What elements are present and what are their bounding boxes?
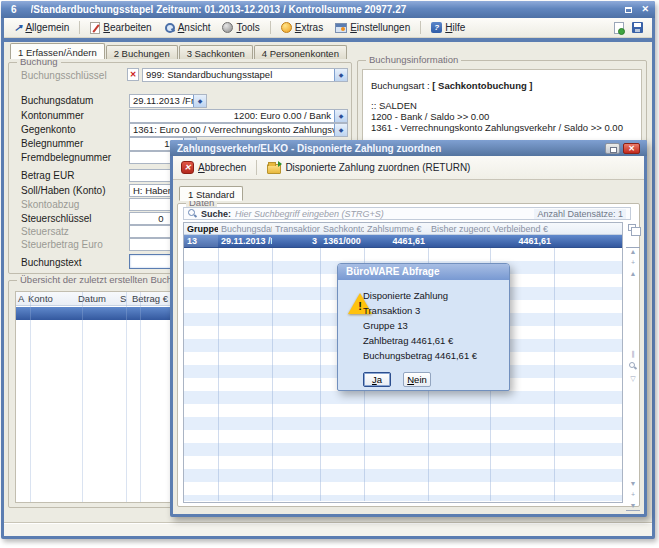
search-bar[interactable]: Suche: Hier Suchbegriff eingeben (STRG+S…	[183, 207, 631, 220]
popup-title: BüroWARE Abfrage	[338, 264, 509, 280]
restore-button[interactable]	[622, 4, 635, 15]
tab-standard[interactable]: 1 Standard	[179, 186, 243, 201]
dialog-close-button[interactable]: ✕	[623, 143, 640, 154]
cell-buchungsdatum: 29.11.2013 /Fr	[218, 235, 272, 247]
plus-icon[interactable]: +	[626, 491, 640, 499]
column-header[interactable]: Sachkonto	[320, 223, 364, 234]
info-line: 1361 - Verrechnungskonto Zahlungsverkehr…	[371, 122, 623, 133]
ja-button[interactable]: Ja	[363, 372, 391, 387]
field-label: Buchungsdatum	[21, 95, 93, 106]
table-row-selected[interactable]: 13 29.11.2013 /Fr 3 1361/000 4461,61 446…	[184, 235, 622, 248]
column-line	[218, 248, 219, 501]
column-header[interactable]: Transaktion	[272, 223, 320, 234]
restore-icon	[625, 7, 632, 13]
dropdown-icon[interactable]: ◆	[334, 124, 347, 136]
dropdown-icon[interactable]: ◆	[334, 69, 347, 81]
menu-label: Einstellungen	[350, 22, 410, 33]
menu-einstellungen[interactable]: Einstellungen	[330, 21, 415, 34]
main-tabs: 1 Erfassen/Ändern 2 Buchungen 3 Sachkont…	[10, 43, 348, 59]
dropdown-icon[interactable]: ◆	[334, 110, 347, 122]
extras-icon	[281, 22, 292, 33]
column-line	[30, 292, 31, 502]
buchungsschluessel-combo[interactable]: 999: Standardbuchungsstapel ◆	[142, 68, 348, 82]
screen: 6 /Standardbuchungsstapel Zeitraum: 01.2…	[0, 0, 659, 548]
popup-line: Buchungsbetrag 4461,61 €	[363, 348, 477, 363]
menu-label: Extras	[295, 22, 323, 33]
search-strip-icon[interactable]	[629, 362, 637, 370]
record-count: Anzahl Datensätze: 1	[534, 209, 626, 219]
popup-body: ! Disponierte Zahlung Transaktion 3 Grup…	[338, 280, 509, 391]
group-title: Buchungsinformation	[366, 54, 461, 65]
magnifier-icon	[164, 22, 175, 33]
column-header[interactable]: Bisher zugeordnet	[428, 223, 490, 234]
menu-bearbeiten[interactable]: Bearbeiten	[85, 21, 156, 35]
menu-label: Bearbeiten	[103, 22, 151, 33]
info-line: :: SALDEN	[371, 100, 623, 111]
cell-zahlsumme: 4461,61	[364, 235, 428, 247]
dialog-titlebar: Zahlungsverkehr/ELKO - Disponierte Zahlu…	[170, 140, 647, 156]
scroll-down-icon[interactable]: ▼	[626, 480, 640, 488]
dialog-restore-button[interactable]	[605, 143, 620, 154]
menu-tools[interactable]: Tools	[217, 21, 264, 34]
field-label: Steuerbetrag Euro	[21, 239, 103, 250]
info-line: 1200 - Bank / Saldo >> 0.00	[371, 111, 623, 122]
nein-button[interactable]: Nein	[403, 372, 431, 387]
scroll-bottom-icon[interactable]: ▼	[626, 502, 640, 511]
save-icon[interactable]	[632, 22, 643, 33]
combo-value: 1200: Euro 0.00 / Bank	[130, 110, 334, 122]
separator	[256, 160, 257, 175]
launch-icon: ↗	[14, 22, 22, 33]
column-header[interactable]: A	[16, 292, 26, 305]
column-line	[554, 248, 555, 501]
scroll-strip[interactable]: ▲ + ▲ ∥ ▽ ▼ + ▼	[626, 222, 640, 504]
buchungsdatum-combo[interactable]: 29.11.2013 /Fr ◆	[129, 94, 207, 108]
scroll-up-icon[interactable]: ▲	[626, 270, 640, 278]
field-label: Buchungsschlüssel	[21, 70, 107, 81]
tab-buchungen[interactable]: 2 Buchungen	[106, 45, 178, 59]
help-icon: ?	[431, 22, 442, 33]
field-label: Skontoabzug	[21, 199, 79, 210]
clear-button[interactable]: ✕	[127, 68, 139, 81]
menu-label: Ansicht	[178, 22, 211, 33]
button-label: Abbrechen	[198, 162, 246, 173]
menu-hilfe[interactable]: ? Hilfe	[426, 21, 470, 34]
menu-label: Tools	[236, 22, 259, 33]
column-header[interactable]: Verbleibend €	[490, 223, 554, 234]
tab-erfassen-aendern[interactable]: 1 Erfassen/Ändern	[10, 43, 105, 59]
kontonummer-combo[interactable]: 1200: Euro 0.00 / Bank ◆	[129, 109, 348, 123]
gegenkonto-combo[interactable]: 1361: Euro 0.00 / Verrechnungskonto Zahl…	[129, 123, 348, 137]
table-header: Gruppe Buchungsdatum Transaktion Sachkon…	[184, 223, 622, 235]
scroll-top-icon[interactable]: ▲	[626, 247, 640, 256]
column-header[interactable]: S	[118, 292, 130, 305]
menubar: ↗ Allgemein Bearbeiten Ansicht Tools	[4, 18, 652, 38]
column-header[interactable]: Buchungsdatum	[218, 223, 272, 234]
close-button[interactable]: ✕	[641, 4, 649, 15]
steuersatz-field[interactable]	[129, 225, 171, 238]
cell-bisher	[428, 235, 490, 247]
column-header[interactable]: Gruppe	[184, 223, 218, 234]
pause-icon[interactable]: ∥	[626, 350, 640, 358]
dropdown-icon[interactable]: ◆	[193, 95, 206, 107]
column-header[interactable]: Konto	[26, 292, 76, 305]
filter-icon[interactable]: ▽	[626, 375, 640, 383]
cell-sachkonto: 1361/000	[320, 235, 364, 247]
menu-ansicht[interactable]: Ansicht	[159, 21, 216, 34]
field-label: Steuerschlüssel	[21, 213, 92, 224]
column-header[interactable]: Zahlsumme €	[364, 223, 428, 234]
tab-sachkonten[interactable]: 3 Sachkonten	[179, 45, 253, 59]
dialog-toolbar: ✕ Abbrechen Disponierte Zahlung zuordnen…	[173, 156, 644, 180]
menu-allgemein[interactable]: ↗ Allgemein	[9, 21, 74, 34]
new-document-icon[interactable]	[614, 22, 624, 34]
copy-icon[interactable]	[628, 224, 636, 231]
zuordnen-button[interactable]: Disponierte Zahlung zuordnen (RETURN)	[267, 161, 470, 174]
tab-personenkonten[interactable]: 4 Personenkonten	[254, 45, 347, 59]
cell-transaktion: 3	[272, 235, 320, 247]
plus-icon[interactable]: +	[626, 259, 640, 267]
search-placeholder: Hier Suchbegriff eingeben (STRG+S)	[235, 209, 530, 219]
menu-label: Allgemein	[25, 22, 69, 33]
menu-extras[interactable]: Extras	[276, 21, 328, 34]
column-line	[126, 292, 127, 502]
field-label: Fremdbelegnummer	[21, 152, 111, 163]
abbrechen-button[interactable]: ✕ Abbrechen	[181, 161, 246, 174]
popup-message: Disponierte Zahlung Transaktion 3 Gruppe…	[363, 288, 477, 363]
